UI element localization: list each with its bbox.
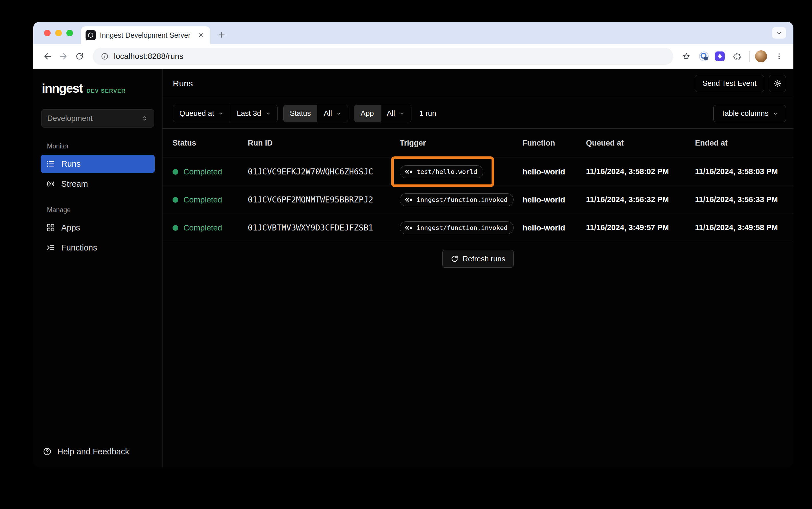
gear-icon [773, 79, 782, 88]
traffic-zoom-icon[interactable] [66, 30, 73, 36]
trigger-cell: inngest/function.invoked [400, 221, 514, 234]
time-range-value: Last 3d [237, 109, 261, 118]
table-row[interactable]: Completed 01JCVBTMV3WXY9D3CFDEJFZSB1 inn… [163, 214, 793, 242]
chevron-down-icon [336, 111, 342, 116]
sidebar-item-apps[interactable]: Apps [41, 218, 155, 237]
close-icon[interactable] [196, 30, 206, 40]
status-cell: Completed [172, 195, 248, 204]
status-filter-value: All [324, 109, 332, 118]
sidebar-item-runs[interactable]: Runs [41, 155, 155, 173]
status-cell: Completed [172, 167, 248, 176]
app-filter-value: All [387, 109, 395, 118]
function-name[interactable]: hello-world [522, 167, 586, 176]
address-bar[interactable]: localhost:8288/runs [93, 48, 673, 65]
kebab-menu-icon[interactable] [772, 49, 786, 63]
table-columns-button[interactable]: Table columns [713, 105, 786, 122]
status-filter-dropdown[interactable]: All [317, 105, 348, 122]
toolbar-right-cluster [680, 49, 786, 63]
trigger-cell: test/hello.world [400, 165, 483, 178]
help-and-feedback[interactable]: Help and Feedback [33, 447, 162, 456]
table-columns-label: Table columns [721, 109, 769, 118]
status-filter: Status All [283, 105, 349, 123]
refresh-runs-button[interactable]: Refresh runs [442, 250, 514, 268]
app-filter: App All [354, 105, 411, 123]
traffic-lights [44, 30, 73, 36]
ended-at: 11/16/2024, 3:58:03 PM [695, 167, 793, 176]
trigger-badge[interactable]: inngest/function.invoked [400, 193, 514, 206]
send-test-event-button[interactable]: Send Test Event [695, 75, 764, 92]
column-header-queued-at: Queued at [586, 139, 695, 147]
run-id[interactable]: 01JCVBTMV3WXY9D3CFDEJFZSB1 [248, 223, 400, 233]
trigger-badge[interactable]: inngest/function.invoked [400, 221, 514, 234]
traffic-close-icon[interactable] [44, 30, 51, 36]
stream-icon [46, 179, 56, 189]
browser-tab[interactable]: Inngest Development Server [81, 26, 210, 44]
sidebar-item-stream[interactable]: Stream [41, 175, 155, 193]
table-row[interactable]: Completed 01JCVC6PF2MQNMTWE95BBRZPJ2 inn… [163, 186, 793, 214]
extension-icon[interactable] [699, 51, 709, 62]
table-header: Status Run ID Trigger Function Queued at… [163, 129, 793, 158]
toolbar-divider [749, 51, 750, 62]
sidebar-item-functions[interactable]: Functions [41, 238, 155, 257]
puzzle-icon[interactable] [730, 49, 744, 63]
reload-icon[interactable] [73, 49, 87, 63]
star-icon[interactable] [680, 49, 693, 63]
send-test-event-label: Send Test Event [703, 79, 756, 88]
function-name[interactable]: hello-world [522, 195, 586, 204]
sort-field-dropdown[interactable]: Queued at [173, 105, 230, 122]
help-icon [42, 447, 52, 456]
status-filter-label: Status [284, 105, 317, 122]
column-header-run-id: Run ID [248, 139, 400, 147]
time-range-dropdown[interactable]: Last 3d [230, 105, 277, 122]
environment-select[interactable]: Development [41, 109, 154, 128]
refresh-row: Refresh runs [163, 242, 793, 268]
refresh-icon [451, 255, 459, 263]
status-completed-icon [172, 225, 178, 231]
trigger-badge[interactable]: test/hello.world [400, 165, 483, 178]
column-header-function: Function [522, 139, 586, 147]
trigger-event-name: inngest/function.invoked [417, 196, 508, 203]
run-id[interactable]: 01JCVC9EFKJ2W70WQHC6ZH6SJC [248, 167, 400, 176]
tab-strip: Inngest Development Server [33, 22, 793, 44]
traffic-minimize-icon[interactable] [55, 30, 62, 36]
url-text: localhost:8288/runs [114, 52, 184, 61]
inngest-logo: inngest [42, 81, 83, 96]
new-tab-button[interactable] [216, 29, 228, 41]
run-id[interactable]: 01JCVC6PF2MQNMTWE95BBRZPJ2 [248, 195, 400, 204]
event-icon [404, 197, 413, 202]
section-label-manage: Manage [47, 206, 162, 214]
status-text: Completed [184, 195, 222, 204]
sort-time-filter: Queued at Last 3d [173, 105, 278, 123]
browser-window: Inngest Development Server localhost:828… [33, 22, 793, 467]
environment-value: Development [47, 114, 93, 123]
queued-at: 11/16/2024, 3:58:02 PM [586, 167, 695, 176]
forward-icon[interactable] [57, 49, 70, 63]
sidebar: inngest DEV SERVER Development Monitor R… [33, 69, 163, 467]
event-icon [404, 169, 413, 174]
event-icon [404, 225, 413, 231]
back-icon[interactable] [41, 49, 54, 63]
extension-icon[interactable] [714, 51, 725, 62]
functions-icon [46, 243, 56, 252]
info-icon[interactable] [101, 52, 109, 60]
page-title: Runs [173, 79, 193, 88]
column-header-ended-at: Ended at [695, 139, 793, 147]
settings-button[interactable] [769, 75, 786, 92]
table-row[interactable]: Completed 01JCVC9EFKJ2W70WQHC6ZH6SJC tes… [163, 158, 793, 186]
inngest-app: inngest DEV SERVER Development Monitor R… [33, 69, 793, 467]
app-filter-dropdown[interactable]: All [380, 105, 411, 122]
queued-at: 11/16/2024, 3:56:32 PM [586, 195, 695, 204]
function-name[interactable]: hello-world [522, 223, 586, 233]
tab-search-chevron-icon[interactable] [772, 27, 786, 39]
help-label: Help and Feedback [57, 447, 129, 456]
trigger-cell: inngest/function.invoked [400, 193, 514, 206]
column-header-status: Status [172, 139, 248, 147]
browser-toolbar: localhost:8288/runs [33, 44, 793, 69]
status-completed-icon [172, 197, 178, 203]
avatar[interactable] [755, 50, 767, 62]
sidebar-item-label: Runs [61, 159, 81, 169]
status-label-text: Status [290, 109, 311, 118]
section-label-monitor: Monitor [47, 142, 162, 150]
ended-at: 11/16/2024, 3:56:33 PM [695, 195, 793, 204]
inngest-favicon [86, 30, 96, 40]
